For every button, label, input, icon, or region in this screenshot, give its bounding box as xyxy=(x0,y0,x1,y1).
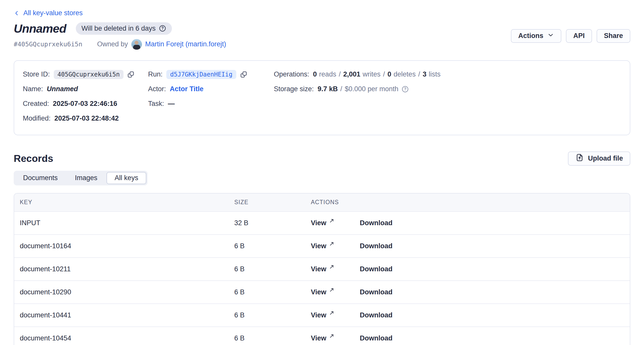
table-header: KEY SIZE ACTIONS xyxy=(14,194,630,212)
view-link-label: View xyxy=(311,219,326,227)
operations-reads-value: 0 xyxy=(313,70,317,78)
tab-documents[interactable]: Documents xyxy=(15,172,66,184)
task-label: Task: xyxy=(148,100,164,108)
copy-run-id-button[interactable] xyxy=(240,71,247,78)
external-link-icon xyxy=(329,218,334,223)
modified-label: Modified: xyxy=(23,114,51,122)
deletion-badge: Will be deleted in 6 days ? xyxy=(76,22,172,35)
separator: / xyxy=(339,70,341,78)
upload-file-icon xyxy=(575,153,584,164)
created-value: 2025-07-03 22:46:16 xyxy=(53,100,117,108)
separator: / xyxy=(418,70,420,78)
table-row: INPUT 32 B View Download xyxy=(14,212,630,235)
name-value: Unnamed xyxy=(47,85,78,93)
storage-size-label: Storage size: xyxy=(274,85,314,93)
storage-size-value: 9.7 kB xyxy=(318,85,338,93)
external-link-icon xyxy=(329,241,334,246)
column-header-actions: ACTIONS xyxy=(311,199,630,206)
separator: / xyxy=(383,70,385,78)
records-tab-bar: Documents Images All keys xyxy=(14,171,148,185)
view-link[interactable]: View xyxy=(311,242,360,250)
row-size: 6 B xyxy=(234,265,311,273)
operations-label: Operations: xyxy=(274,70,309,78)
storage-field: Storage size: 9.7 kB / $0.000 per month … xyxy=(274,84,630,94)
page-header: Unnamed Will be deleted in 6 days ? Acti… xyxy=(14,22,630,50)
help-icon[interactable]: ? xyxy=(401,85,409,93)
table-row: document-10454 6 B View Download xyxy=(14,327,630,345)
share-button-label: Share xyxy=(604,32,623,40)
view-link[interactable]: View xyxy=(311,311,360,319)
tab-images[interactable]: Images xyxy=(67,172,106,184)
column-header-key: KEY xyxy=(14,199,234,206)
share-button[interactable]: Share xyxy=(597,29,630,43)
operations-reads-unit: reads xyxy=(319,70,336,78)
run-label: Run: xyxy=(148,70,163,78)
back-link-all-key-value-stores[interactable]: All key-value stores xyxy=(14,9,83,17)
view-link[interactable]: View xyxy=(311,265,360,273)
row-size: 6 B xyxy=(234,242,311,250)
svg-text:?: ? xyxy=(161,26,164,30)
operations-writes-unit: writes xyxy=(363,70,381,78)
copy-store-id-button[interactable] xyxy=(127,71,135,78)
download-link[interactable]: Download xyxy=(360,242,392,250)
download-link[interactable]: Download xyxy=(360,219,392,227)
row-size: 6 B xyxy=(234,288,311,296)
row-key: document-10441 xyxy=(14,311,234,319)
records-header-row: Records Upload file xyxy=(14,151,630,166)
row-size: 6 B xyxy=(234,311,311,319)
store-info-card: Store ID: 405GQcuprxeku6i5n Name: Unname… xyxy=(14,60,630,135)
page-title: Unnamed xyxy=(14,22,66,35)
chevron-left-icon xyxy=(14,10,20,16)
download-link[interactable]: Download xyxy=(360,334,392,342)
row-key: document-10211 xyxy=(14,265,234,273)
records-heading: Records xyxy=(14,153,53,164)
table-row: document-10211 6 B View Download xyxy=(14,258,630,281)
info-card-column-2: Run: d5J7GKkjDaenHEIig Actor: Actor Titl… xyxy=(148,69,274,128)
help-icon[interactable]: ? xyxy=(159,25,166,32)
owner-link[interactable]: Martin Forejt (martin.forejt) xyxy=(145,40,226,48)
operations-lists-unit: lists xyxy=(429,70,441,78)
actor-link[interactable]: Actor Title xyxy=(170,85,204,93)
external-link-icon xyxy=(329,333,334,339)
upload-file-label: Upload file xyxy=(588,155,623,162)
table-row: document-10290 6 B View Download xyxy=(14,281,630,304)
store-id-pill: 405GQcuprxeku6i5n xyxy=(54,70,124,79)
actions-button[interactable]: Actions xyxy=(511,29,561,43)
table-row: document-10441 6 B View Download xyxy=(14,304,630,327)
operations-deletes-value: 0 xyxy=(387,70,391,78)
api-button-label: API xyxy=(573,32,585,40)
info-card-column-1: Store ID: 405GQcuprxeku6i5n Name: Unname… xyxy=(23,69,148,128)
separator: / xyxy=(340,85,342,93)
created-label: Created: xyxy=(23,100,49,108)
view-link-label: View xyxy=(311,242,326,250)
owner-avatar xyxy=(131,39,142,50)
row-size: 6 B xyxy=(234,334,311,342)
svg-text:?: ? xyxy=(404,87,407,91)
view-link[interactable]: View xyxy=(311,219,360,227)
download-link[interactable]: Download xyxy=(360,265,392,273)
modified-value: 2025-07-03 22:48:42 xyxy=(55,114,119,122)
upload-file-button[interactable]: Upload file xyxy=(568,151,630,166)
view-link-label: View xyxy=(311,265,326,273)
download-link[interactable]: Download xyxy=(360,288,392,296)
operations-field: Operations: 0 reads / 2,001 writes / 0 d… xyxy=(274,69,630,80)
tab-all-keys[interactable]: All keys xyxy=(106,172,146,184)
info-card-column-3: Operations: 0 reads / 2,001 writes / 0 d… xyxy=(274,69,630,128)
run-id-pill[interactable]: d5J7GKkjDaenHEIig xyxy=(166,70,236,79)
download-link[interactable]: Download xyxy=(360,311,392,319)
api-button[interactable]: API xyxy=(566,29,592,43)
external-link-icon xyxy=(329,310,334,316)
table-row: document-10164 6 B View Download xyxy=(14,235,630,258)
row-key: document-10290 xyxy=(14,288,234,296)
external-link-icon xyxy=(329,287,334,293)
view-link[interactable]: View xyxy=(311,288,360,296)
view-link-label: View xyxy=(311,334,326,342)
chevron-down-icon xyxy=(547,32,554,40)
header-buttons: Actions API Share xyxy=(511,29,630,43)
operations-lists-value: 3 xyxy=(423,70,426,78)
task-value: — xyxy=(168,100,175,108)
row-key: document-10454 xyxy=(14,334,234,342)
operations-deletes-unit: deletes xyxy=(393,70,416,78)
view-link-label: View xyxy=(311,311,326,319)
view-link[interactable]: View xyxy=(311,334,360,342)
